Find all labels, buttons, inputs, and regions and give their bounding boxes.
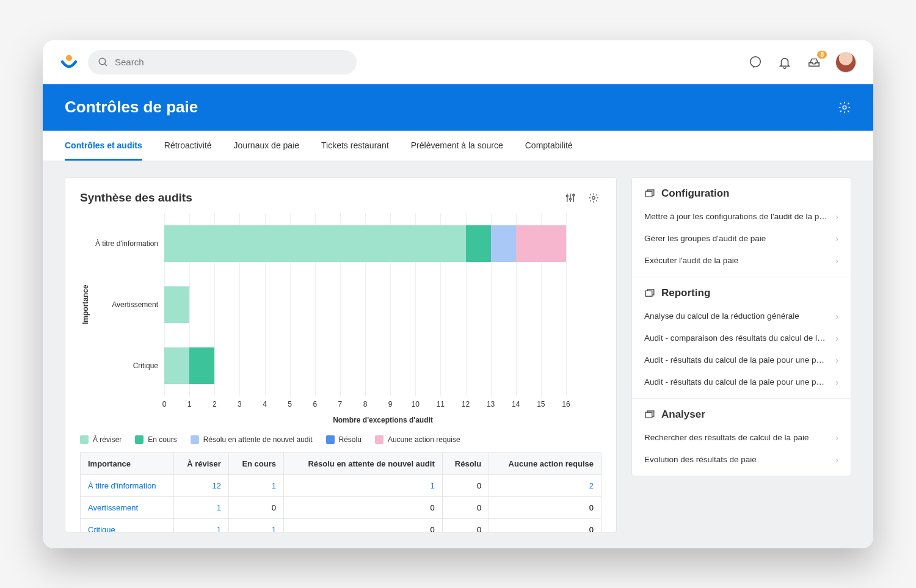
sidebar-link[interactable]: Evolution des résultats de paie›: [644, 449, 838, 471]
svg-line-2: [104, 64, 107, 66]
legend-item[interactable]: Aucune action requise: [375, 435, 460, 444]
table-row: À titre d'information121102: [81, 474, 602, 496]
table-row: Avertissement10000: [81, 496, 602, 518]
sidebar-link[interactable]: Mettre à jour les configurations de l'au…: [644, 206, 838, 228]
sidebar-link[interactable]: Audit - résultats du calcul de la paie p…: [644, 349, 838, 371]
legend-item[interactable]: En cours: [135, 435, 176, 444]
content-area: Synthèse des audits Importance À titre d…: [43, 161, 873, 548]
chevron-right-icon: ›: [835, 256, 838, 266]
bar-row: [164, 225, 566, 262]
x-tick: 13: [487, 400, 495, 408]
legend-label: À réviser: [93, 435, 122, 444]
inbox-badge: 8: [817, 51, 827, 59]
search-box[interactable]: [88, 50, 357, 74]
page-titlebar: Contrôles de paie: [43, 84, 873, 131]
inbox-icon[interactable]: 8: [806, 54, 822, 70]
bell-icon[interactable]: [777, 54, 793, 70]
svg-rect-14: [645, 412, 652, 418]
search-input[interactable]: [115, 57, 347, 67]
settings-gear-icon[interactable]: [838, 101, 851, 114]
y-category: Avertissement: [91, 274, 164, 335]
sidebar-link[interactable]: Rechercher des résultats de calcul de la…: [644, 427, 838, 449]
bar-row: [164, 286, 189, 323]
x-tick: 7: [338, 400, 343, 408]
table-cell[interactable]: 1: [173, 518, 228, 532]
svg-point-0: [66, 55, 72, 61]
x-tick: 0: [162, 400, 167, 408]
tab-5[interactable]: Comptabilité: [525, 131, 573, 161]
legend-label: Résolu en attente de nouvel audit: [203, 435, 313, 444]
sidebar-link[interactable]: Audit - comparaison des résultats du cal…: [644, 327, 838, 349]
table-cell[interactable]: 1: [228, 518, 283, 532]
legend-swatch: [191, 435, 199, 444]
legend-item[interactable]: Résolu en attente de nouvel audit: [191, 435, 313, 444]
tab-2[interactable]: Journaux de paie: [234, 131, 299, 161]
sidebar-link[interactable]: Gérer les groupes d'audit de paie›: [644, 228, 838, 250]
chart-x-axis: 012345678910111213141516: [164, 400, 602, 410]
legend-label: En cours: [148, 435, 176, 444]
chart-y-axis-label: Importance: [80, 213, 91, 396]
search-icon: [98, 57, 109, 68]
table-header-cell: Résolu: [442, 452, 489, 474]
chart-settings-icon[interactable]: [562, 190, 578, 206]
tab-0[interactable]: Contrôles et audits: [65, 131, 142, 161]
avatar[interactable]: [835, 52, 856, 73]
x-tick: 9: [388, 400, 393, 408]
table-cell[interactable]: 1: [284, 474, 443, 496]
bar-segment[interactable]: [164, 347, 189, 384]
sidebar-link[interactable]: Audit - résultats du calcul de la paie p…: [644, 371, 838, 393]
row-label[interactable]: Critique: [81, 518, 174, 532]
bar-segment[interactable]: [466, 225, 491, 262]
bar-segment[interactable]: [189, 347, 214, 384]
x-tick: 12: [462, 400, 470, 408]
chevron-right-icon: ›: [835, 212, 838, 222]
x-tick: 4: [263, 400, 267, 408]
tab-1[interactable]: Rétroactivité: [164, 131, 212, 161]
x-tick: 10: [412, 400, 420, 408]
table-cell[interactable]: 2: [489, 474, 602, 496]
card-gear-icon[interactable]: [586, 190, 602, 206]
table-header-cell: Aucune action requise: [489, 452, 602, 474]
table-cell[interactable]: 1: [228, 474, 283, 496]
sidebar-link[interactable]: Exécuter l'audit de la paie›: [644, 250, 838, 272]
x-tick: 3: [238, 400, 242, 408]
sidebar-section-title: Configuration: [644, 187, 838, 200]
x-tick: 1: [187, 400, 192, 408]
sidebar-link[interactable]: Analyse du calcul de la réduction généra…: [644, 305, 838, 327]
cards-icon: [644, 409, 655, 420]
table-cell[interactable]: 1: [173, 496, 228, 518]
x-tick: 16: [562, 400, 570, 408]
table-cell: 0: [489, 496, 602, 518]
legend-item[interactable]: À réviser: [80, 435, 122, 444]
x-tick: 14: [512, 400, 520, 408]
chevron-right-icon: ›: [835, 234, 838, 244]
svg-point-11: [592, 196, 595, 199]
bar-segment[interactable]: [164, 225, 466, 262]
row-label[interactable]: Avertissement: [81, 496, 174, 518]
table-cell: 0: [442, 474, 489, 496]
chart-x-axis-label: Nombre d'exceptions d'audit: [164, 416, 602, 424]
table-row: Critique11000: [81, 518, 602, 532]
bar-segment[interactable]: [491, 225, 516, 262]
tab-3[interactable]: Tickets restaurant: [321, 131, 389, 161]
svg-point-1: [99, 58, 106, 65]
right-sidebar: ConfigurationMettre à jour les configura…: [631, 177, 851, 476]
table-cell[interactable]: 12: [173, 474, 228, 496]
topbar-actions: 8: [747, 52, 856, 73]
audit-summary-card: Synthèse des audits Importance À titre d…: [65, 177, 617, 532]
tab-4[interactable]: Prélèvement à la source: [411, 131, 503, 161]
table-header-cell: En cours: [228, 452, 283, 474]
svg-point-8: [570, 198, 572, 200]
row-label[interactable]: À titre d'information: [81, 474, 174, 496]
card-title: Synthèse des audits: [80, 191, 192, 205]
bar-segment[interactable]: [516, 225, 566, 262]
table-header-row: ImportanceÀ réviserEn coursRésolu en att…: [81, 452, 602, 474]
bar-segment[interactable]: [164, 286, 189, 323]
x-tick: 11: [437, 400, 445, 408]
legend-item[interactable]: Résolu: [326, 435, 362, 444]
svg-point-3: [751, 56, 761, 67]
workday-logo[interactable]: [60, 53, 78, 71]
app-window: 8 Contrôles de paie Contrôles et auditsR…: [43, 40, 873, 548]
chat-icon[interactable]: [747, 54, 763, 70]
cards-icon: [644, 188, 655, 199]
